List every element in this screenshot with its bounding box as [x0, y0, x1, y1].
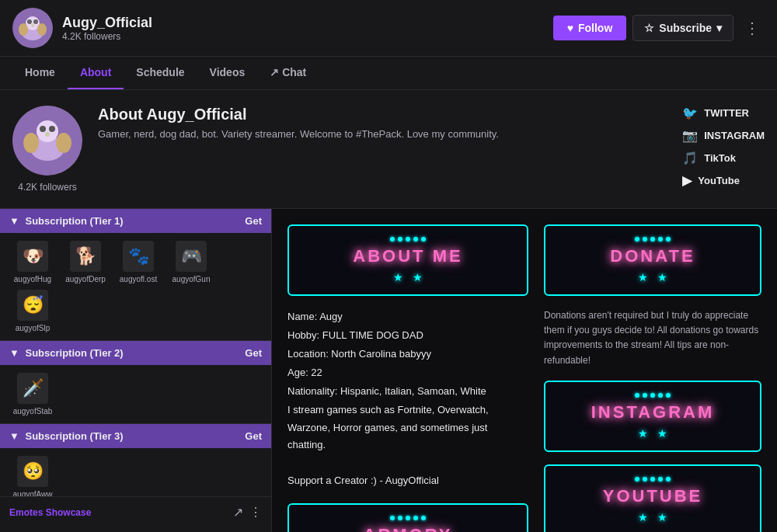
- about-info: About Augy_Official Gamer, nerd, dog dad…: [98, 106, 667, 140]
- follow-button[interactable]: ♥ Follow: [553, 16, 627, 40]
- emotes-scroll[interactable]: ▼ Subscription (Tier 1) Get 🐶 augyofHug …: [0, 209, 271, 496]
- ig-star-right: ★: [657, 427, 667, 440]
- armory-dots: [297, 516, 519, 520]
- emote-augyoflost[interactable]: 🐾 augyofl.ost: [115, 241, 162, 283]
- emote-tier-3-header: ▼ Subscription (Tier 3) Get: [0, 424, 271, 448]
- social-twitter[interactable]: 🐦 TWITTER: [682, 106, 765, 120]
- emote-img-augyofSlp: 😴: [17, 290, 48, 321]
- emotes-showcase-label[interactable]: Emotes Showcase: [9, 507, 91, 518]
- emote-tier-2-grid: 🗡️ augyofStab: [0, 365, 271, 423]
- emote-name-augyofAww: augyofAww: [13, 490, 53, 496]
- armory-dot-4: [413, 516, 418, 520]
- social-instagram[interactable]: 📷 INSTAGRAM: [682, 128, 765, 143]
- profile-games: I stream games such as Fortnite, Overwat…: [287, 402, 528, 453]
- emote-augyofDerp[interactable]: 🐕 augyofDerp: [62, 241, 109, 283]
- donate-dot-5: [666, 237, 671, 242]
- tier-1-get-button[interactable]: Get: [245, 215, 262, 227]
- nav-item-chat[interactable]: ↗ Chat: [257, 57, 319, 89]
- emote-img-augyoflost: 🐾: [123, 241, 154, 272]
- about-me-banner[interactable]: ABOUT ME ★ ★: [287, 224, 528, 296]
- armory-banner[interactable]: ARMORY ★ ★: [287, 503, 528, 532]
- about-me-text: ABOUT ME: [297, 246, 519, 266]
- ig-dot-3: [650, 393, 655, 398]
- nav-item-schedule[interactable]: Schedule: [124, 57, 197, 89]
- svg-point-6: [19, 23, 28, 36]
- tiktok-label: TikTok: [704, 152, 736, 164]
- about-me-content: Name: Augy Hobby: FULL TIME DOG DAD Loca…: [287, 308, 528, 491]
- tier-2-label: ▼ Subscription (Tier 2): [9, 347, 124, 359]
- emote-name-augyofSlp: augyofSlp: [16, 324, 50, 332]
- armory-dot-1: [390, 516, 395, 520]
- dot-3: [406, 237, 410, 242]
- emote-augyofSlp[interactable]: 😴 augyofSlp: [9, 290, 56, 332]
- channel-info: Augy_Official 4.2K followers: [62, 15, 553, 42]
- nav-item-home[interactable]: Home: [12, 57, 68, 89]
- donate-text: DONATE: [553, 246, 752, 266]
- yt-dot-1: [635, 477, 639, 482]
- emote-tier-2: ▼ Subscription (Tier 2) Get 🗡️ augyofSta…: [0, 341, 271, 424]
- instagram-text: INSTAGRAM: [553, 402, 752, 422]
- more-options-button[interactable]: ⋮: [740, 16, 765, 40]
- youtube-dots: [553, 477, 752, 482]
- ig-dot-5: [666, 393, 671, 398]
- about-title: About Augy_Official: [98, 106, 667, 123]
- social-youtube[interactable]: ▶ YouTube: [682, 173, 765, 188]
- emote-augyofHug[interactable]: 🐶 augyofHug: [9, 241, 56, 283]
- star-left: ★: [393, 271, 403, 283]
- about-section: 4.2K followers About Augy_Official Gamer…: [0, 90, 777, 209]
- emote-tier-1-grid: 🐶 augyofHug 🐕 augyofDerp 🐾 augyofl.ost 🎮…: [0, 233, 271, 340]
- profile-left-column: ABOUT ME ★ ★ Name: Augy Hobby: FULL TIME…: [287, 224, 528, 532]
- profile-age: Age: 22: [287, 364, 528, 381]
- emote-name-augyofStab: augyofStab: [13, 407, 53, 416]
- donate-banner[interactable]: DONATE ★ ★: [544, 224, 761, 296]
- profile-name: Name: Augy: [287, 308, 528, 325]
- donate-stars: ★ ★: [553, 271, 752, 283]
- twitter-label: TWITTER: [704, 107, 749, 119]
- svg-point-12: [49, 126, 55, 132]
- armory-dot-3: [406, 516, 410, 520]
- about-me-dots: [297, 237, 519, 242]
- emote-augyofStab[interactable]: 🗡️ augyofStab: [9, 373, 56, 416]
- instagram-label: INSTAGRAM: [704, 130, 765, 141]
- emote-tier-3: ▼ Subscription (Tier 3) Get 🥺 augyofAww: [0, 424, 271, 496]
- more-emotes-icon[interactable]: ⋮: [249, 505, 262, 520]
- yt-dot-2: [643, 477, 647, 482]
- about-followers: 4.2K followers: [18, 182, 76, 193]
- emote-augyofAww[interactable]: 🥺 augyofAww: [9, 456, 56, 496]
- emote-tier-2-header: ▼ Subscription (Tier 2) Get: [0, 341, 271, 365]
- ig-dot-4: [658, 393, 663, 398]
- profile-right-column: DONATE ★ ★ Donations aren't required but…: [544, 224, 761, 532]
- emotes-sidebar: ▼ Subscription (Tier 1) Get 🐶 augyofHug …: [0, 209, 272, 532]
- social-tiktok[interactable]: 🎵 TikTok: [682, 151, 765, 165]
- nav-item-about[interactable]: About: [68, 57, 124, 89]
- subscribe-button[interactable]: ☆ Subscribe ▾: [632, 15, 733, 41]
- emote-name-augyoflost: augyofl.ost: [120, 275, 157, 283]
- donate-dot-1: [635, 237, 639, 242]
- tiktok-icon: 🎵: [682, 151, 698, 165]
- emote-tier-3-grid: 🥺 augyofAww: [0, 448, 271, 496]
- svg-point-4: [33, 19, 38, 24]
- emote-img-augyofGun: 🎮: [176, 241, 207, 272]
- tier-2-get-button[interactable]: Get: [245, 347, 262, 359]
- tier-3-get-button[interactable]: Get: [245, 430, 262, 442]
- armory-text: ARMORY: [297, 525, 519, 532]
- svg-point-10: [37, 120, 58, 142]
- instagram-dots: [553, 393, 752, 398]
- external-link-icon[interactable]: ↗: [233, 505, 243, 520]
- armory-dot-5: [421, 516, 426, 520]
- youtube-banner[interactable]: YOUTUBE ★ ★: [544, 464, 761, 532]
- chevron-down-icon: ▾: [716, 22, 722, 34]
- instagram-banner[interactable]: INSTAGRAM ★ ★: [544, 381, 761, 452]
- nav-item-videos[interactable]: Videos: [197, 57, 258, 89]
- svg-point-7: [37, 23, 47, 36]
- nav: Home About Schedule Videos ↗ Chat: [0, 57, 777, 90]
- emote-tier-1-header: ▼ Subscription (Tier 1) Get: [0, 209, 271, 233]
- donate-dot-3: [650, 237, 655, 242]
- header: Augy_Official 4.2K followers ♥ Follow ☆ …: [0, 0, 777, 57]
- emote-img-augyofAww: 🥺: [17, 456, 48, 487]
- emote-augyofGun[interactable]: 🎮 augyofGun: [168, 241, 214, 283]
- tier-1-label: ▼ Subscription (Tier 1): [9, 215, 124, 227]
- channel-avatar: [12, 8, 53, 48]
- profile-creator: Support a Creator :) - AugyOfficial: [287, 472, 528, 489]
- svg-point-13: [45, 132, 50, 137]
